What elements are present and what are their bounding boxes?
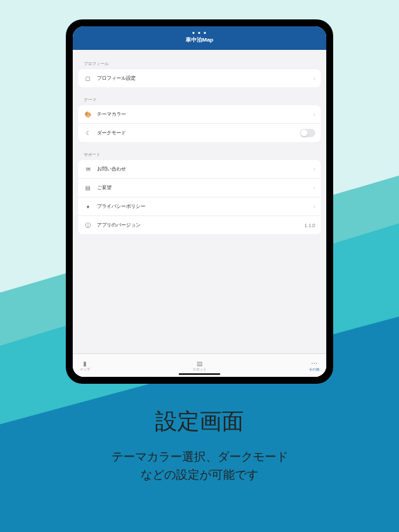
- tab-spot[interactable]: ▤ スポット: [193, 360, 206, 371]
- tablet-frame: • • • 車中泊Map プロフィール ▢ プロフィール設定 › テーマ 🎨 テ…: [66, 19, 333, 384]
- chevron-right-icon: ›: [313, 185, 315, 191]
- moon-icon: ☾: [84, 129, 92, 137]
- dark-mode-toggle[interactable]: [300, 129, 315, 137]
- tab-label: スポット: [193, 368, 206, 371]
- row-label: ダークモード: [97, 130, 300, 136]
- palette-icon: 🎨: [84, 110, 92, 118]
- privacy-row[interactable]: ♦ プライバシーポリシー ›: [78, 197, 321, 216]
- row-label: アプリのバージョン: [97, 222, 304, 229]
- profile-icon: ▢: [84, 74, 92, 82]
- chevron-right-icon: ›: [313, 166, 315, 172]
- chevron-right-icon: ›: [313, 112, 315, 118]
- chevron-right-icon: ›: [313, 204, 315, 210]
- theme-card: 🎨 テーマカラー › ☾ ダークモード: [78, 105, 321, 142]
- profile-settings-row[interactable]: ▢ プロフィール設定 ›: [78, 69, 321, 87]
- tab-label: その他: [309, 368, 319, 371]
- promo-title: 設定画面: [0, 407, 399, 437]
- row-label: お問い合わせ: [97, 166, 313, 172]
- list-icon: ▤: [197, 360, 203, 367]
- request-row[interactable]: ▤ ご要望 ›: [78, 179, 321, 197]
- map-icon: ▮: [83, 360, 87, 367]
- promo-line2: などの設定が可能です: [0, 466, 399, 484]
- row-label: プライバシーポリシー: [97, 203, 313, 210]
- chevron-right-icon: ›: [313, 76, 315, 82]
- row-label: プロフィール設定: [97, 75, 313, 82]
- tab-label: マップ: [80, 368, 90, 371]
- screen: • • • 車中泊Map プロフィール ▢ プロフィール設定 › テーマ 🎨 テ…: [73, 26, 326, 377]
- profile-card: ▢ プロフィール設定 ›: [78, 69, 321, 87]
- tab-map[interactable]: ▮ マップ: [80, 360, 90, 371]
- section-header-support: サポート: [78, 148, 321, 160]
- section-header-theme: テーマ: [78, 93, 321, 105]
- promo-text: 設定画面 テーマカラー選択、ダークモード などの設定が可能です: [0, 407, 399, 484]
- more-icon[interactable]: • • •: [192, 30, 206, 36]
- tab-other[interactable]: ⋯ その他: [309, 360, 319, 371]
- support-card: ✉ お問い合わせ › ▤ ご要望 › ♦ プライバシーポリシー › ⓘ アプリの…: [78, 160, 321, 234]
- ellipsis-icon: ⋯: [311, 360, 317, 367]
- settings-content: プロフィール ▢ プロフィール設定 › テーマ 🎨 テーマカラー › ☾ ダーク…: [73, 50, 326, 353]
- navbar: • • • 車中泊Map: [73, 26, 326, 50]
- mail-icon: ✉: [84, 165, 92, 173]
- shield-icon: ♦: [84, 202, 92, 211]
- row-label: テーマカラー: [97, 111, 313, 118]
- promo-line1: テーマカラー選択、ダークモード: [0, 448, 399, 466]
- tabbar: ▮ マップ ▤ スポット ⋯ その他: [73, 353, 326, 377]
- speech-icon: ▤: [84, 184, 92, 192]
- home-indicator: [179, 373, 220, 375]
- theme-color-row[interactable]: 🎨 テーマカラー ›: [78, 105, 321, 124]
- dark-mode-row[interactable]: ☾ ダークモード: [78, 124, 321, 142]
- navbar-title: 車中泊Map: [186, 36, 213, 44]
- version-row: ⓘ アプリのバージョン 1.1.0: [78, 216, 321, 234]
- section-header-profile: プロフィール: [78, 57, 321, 69]
- version-value: 1.1.0: [304, 223, 315, 228]
- row-label: ご要望: [97, 184, 313, 191]
- contact-row[interactable]: ✉ お問い合わせ ›: [78, 160, 321, 179]
- info-icon: ⓘ: [84, 221, 92, 229]
